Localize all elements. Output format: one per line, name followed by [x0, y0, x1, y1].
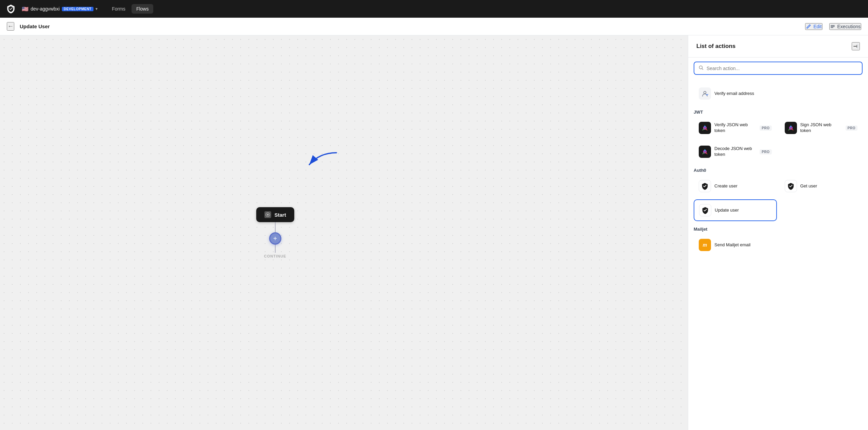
svg-rect-0	[831, 25, 835, 26]
nav-links: Forms Flows	[107, 4, 153, 14]
action-item-verify-jwt[interactable]: Verify JSON web token PRO	[694, 117, 777, 138]
start-node-label: Start	[275, 212, 286, 218]
action-item-sign-jwt[interactable]: Sign JSON web token PRO	[780, 117, 863, 138]
arrow-annotation	[289, 146, 343, 173]
executions-button[interactable]: Executions	[829, 23, 861, 30]
auth0-items-grid: Create user Get user	[694, 176, 863, 221]
nav-link-flows[interactable]: Flows	[132, 4, 154, 14]
action-name-get-user: Get user	[800, 183, 858, 189]
action-item-get-user[interactable]: Get user	[780, 176, 863, 197]
svg-point-9	[704, 92, 706, 94]
action-item-verify-email[interactable]: Verify email address	[694, 83, 777, 104]
verify-jwt-pro-badge: PRO	[760, 126, 771, 131]
panel-title: List of actions	[696, 43, 735, 50]
top-nav: 🇺🇸 dev-aggvwbxi DEVELOPMENT ▾ Forms Flow…	[0, 0, 868, 18]
canvas-area: Start + CONTINUE	[0, 35, 688, 430]
action-name-mailjet: Send Mailjet email	[714, 242, 772, 248]
search-input[interactable]	[707, 66, 858, 71]
close-panel-icon	[852, 43, 859, 50]
auth0-section-title: Auth0	[694, 168, 863, 173]
sign-jwt-icon	[785, 122, 797, 134]
mailjet-icon: m	[699, 239, 711, 251]
update-user-icon	[699, 204, 711, 216]
edit-icon	[806, 24, 811, 29]
add-node-button[interactable]: +	[269, 232, 281, 245]
get-user-icon	[785, 180, 797, 192]
start-node[interactable]: Start	[256, 207, 294, 222]
action-item-decode-jwt[interactable]: Decode JSON web token PRO	[694, 141, 777, 162]
verify-email-section: Verify email address	[694, 83, 863, 104]
action-name-create-user: Create user	[714, 183, 772, 189]
edit-button[interactable]: Edit	[805, 23, 822, 30]
nav-env[interactable]: 🇺🇸 dev-aggvwbxi DEVELOPMENT ▾	[22, 6, 98, 12]
connector-line-top	[275, 222, 276, 232]
search-icon	[698, 65, 704, 71]
create-user-icon	[699, 180, 711, 192]
decode-jwt-icon	[699, 146, 711, 158]
action-item-update-user[interactable]: Update user	[694, 199, 777, 221]
right-panel: List of actions	[688, 35, 868, 430]
sub-header-actions: Edit Executions	[805, 23, 861, 30]
env-name: dev-aggvwbxi	[31, 6, 60, 12]
svg-rect-1	[831, 26, 835, 27]
decode-jwt-pro-badge: PRO	[760, 149, 771, 154]
mailjet-section-title: Mailjet	[694, 227, 863, 232]
verify-jwt-icon	[699, 122, 711, 134]
verify-email-icon	[699, 87, 711, 100]
start-node-icon	[264, 211, 271, 218]
svg-rect-2	[831, 27, 833, 28]
action-name-decode-jwt: Decode JSON web token	[714, 146, 756, 158]
main-layout: Start + CONTINUE List of actions	[0, 35, 868, 430]
action-item-create-user[interactable]: Create user	[694, 176, 777, 197]
jwt-section-title: JWT	[694, 110, 863, 115]
panel-close-button[interactable]	[852, 42, 860, 50]
action-name-update-user: Update user	[715, 208, 771, 213]
env-chevron-icon[interactable]: ▾	[96, 6, 98, 11]
panel-header: List of actions	[688, 35, 868, 57]
jwt-items-grid: Verify JSON web token PRO Sign	[694, 117, 863, 162]
flow-container: Start + CONTINUE	[256, 207, 294, 258]
mailjet-items-grid: m Send Mailjet email	[694, 234, 863, 255]
executions-icon	[830, 24, 835, 29]
search-input-wrapper	[694, 62, 863, 75]
action-name-sign-jwt: Sign JSON web token	[800, 122, 842, 134]
env-badge: DEVELOPMENT	[62, 7, 94, 11]
svg-point-5	[267, 214, 269, 216]
nav-link-forms[interactable]: Forms	[107, 4, 130, 14]
page-title: Update User	[20, 23, 50, 29]
connector-line-bottom	[275, 245, 276, 253]
back-button[interactable]: ←	[7, 22, 14, 31]
continue-label: CONTINUE	[264, 254, 286, 258]
action-name-verify-jwt: Verify JSON web token	[714, 122, 756, 134]
action-item-mailjet[interactable]: m Send Mailjet email	[694, 234, 777, 255]
actions-list: Verify email address JWT	[688, 79, 868, 430]
env-flag: 🇺🇸	[22, 6, 29, 12]
search-bar	[688, 57, 868, 79]
sub-header: ← Update User Edit Executions	[0, 18, 868, 35]
nav-logo	[5, 3, 16, 14]
action-name-verify-email: Verify email address	[714, 91, 772, 97]
sign-jwt-pro-badge: PRO	[846, 126, 857, 131]
svg-rect-7	[857, 44, 858, 49]
